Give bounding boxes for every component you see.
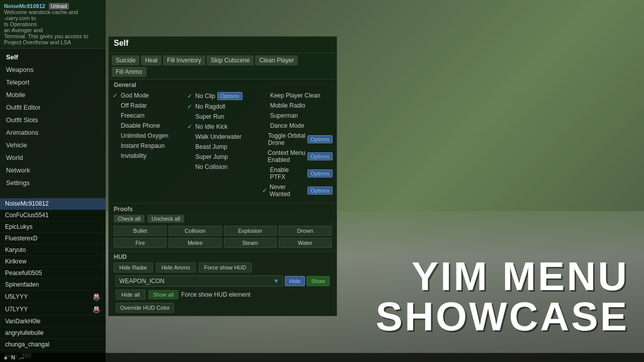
uncheck-all-btn[interactable]: Uncheck all <box>147 215 184 223</box>
proofs-buttons: Check all Uncheck all <box>114 215 332 223</box>
no-clip-options-btn[interactable]: Options <box>217 92 243 100</box>
player-item[interactable]: chunga_changal <box>0 339 106 350</box>
player-item[interactable]: Karyuto <box>0 244 106 256</box>
proof-bullet[interactable]: Bullet <box>114 226 167 236</box>
option-beast-jump[interactable]: Beast Jump <box>185 142 260 152</box>
notification-line1: Welcome warstock-cache-and <box>4 9 102 15</box>
proof-collision[interactable]: Collision <box>169 226 221 236</box>
option-super-jump[interactable]: Super Jump <box>185 152 260 162</box>
proof-steam[interactable]: Steam <box>224 238 277 248</box>
weapon-icon-dropdown[interactable]: WEAPON_ICON ▼ <box>116 276 283 287</box>
orbital-drone-options-btn[interactable]: Options <box>307 135 333 143</box>
notification-line3: ts Operations <box>4 21 102 27</box>
hide-weapon-icon-btn[interactable]: Hide <box>285 276 305 286</box>
option-never-wanted[interactable]: ✓ Never Wanted Options <box>260 182 335 199</box>
proof-drown[interactable]: Drown <box>279 226 332 236</box>
bottom-bar-indicator: — <box>19 355 24 360</box>
sidebar-item-vehicle[interactable]: Vehicle <box>0 139 106 151</box>
player-item[interactable]: Kirikrew <box>0 256 106 267</box>
option-god-mode[interactable]: ✓ God Mode <box>111 90 185 101</box>
player-name: ConFuCius5541 <box>5 212 49 219</box>
bottom-bar-item: ■ <box>4 355 7 360</box>
tab-skip-cutscene[interactable]: Skip Cutscene <box>207 55 254 65</box>
option-unlimited-oxygen[interactable]: Unlimited Oxygen <box>111 131 185 141</box>
tab-fill-ammo[interactable]: Fill Ammo <box>112 67 146 77</box>
option-enable-ptfx[interactable]: Enable PTFX Options <box>260 165 335 182</box>
tab-heal[interactable]: Heal <box>141 55 162 65</box>
sidebar-item-teleport[interactable]: Teleport <box>0 76 106 88</box>
proof-fire[interactable]: Fire <box>114 238 167 248</box>
player-item[interactable]: NoiseMc910812 <box>0 198 106 210</box>
panel-header: Self <box>109 37 337 53</box>
option-dance-mode[interactable]: Dance Mode <box>260 121 335 131</box>
hud-section: HUD Hide Radar Hide Ammo Force show HUD … <box>109 251 337 316</box>
option-off-radar[interactable]: Off Radar <box>111 101 185 111</box>
proofs-grid-row2: Fire Melee Steam Water <box>114 238 332 248</box>
tab-clean-player[interactable]: Clean Player <box>255 55 298 65</box>
option-freecam[interactable]: Freecam <box>111 111 185 121</box>
player-item[interactable]: U7LYYY 🚇 <box>0 303 106 316</box>
player-item[interactable]: angrylullebulle <box>0 327 106 339</box>
option-context-menu[interactable]: Context Menu Enabled Options <box>260 148 335 165</box>
player-name: chunga_changal <box>5 341 49 348</box>
player-name: angrylullebulle <box>5 329 44 336</box>
proofs-grid-row1: Bullet Collision Explosion Drown <box>114 226 332 236</box>
compass: N <box>11 354 15 360</box>
player-item[interactable]: Spinenfaden <box>0 279 106 291</box>
player-name: EpicLukys <box>5 223 33 230</box>
panel-title: Self <box>114 39 332 48</box>
show-all-btn[interactable]: Show all <box>148 290 179 299</box>
player-item[interactable]: ConFuCius5541 <box>0 210 106 221</box>
force-show-hud-btn[interactable]: Force show HUD <box>199 262 252 273</box>
sidebar-item-outfit-slots[interactable]: Outfit Slots <box>0 114 106 126</box>
hide-all-btn[interactable]: Hide all <box>116 290 145 300</box>
sidebar-item-world[interactable]: World <box>0 151 106 164</box>
option-instant-respaun[interactable]: Instant Respaun <box>111 141 185 151</box>
general-label: General <box>109 79 337 90</box>
option-no-collision[interactable]: No Collision <box>185 162 260 172</box>
sidebar-item-weapons[interactable]: Weapons <box>0 63 106 76</box>
option-disable-phone[interactable]: Disable Phone <box>111 121 185 131</box>
show-weapon-icon-btn[interactable]: Show <box>306 276 330 286</box>
option-super-run[interactable]: Super Run <box>185 112 260 122</box>
ptfx-options-btn[interactable]: Options <box>307 169 333 177</box>
hide-ammo-btn[interactable]: Hide Ammo <box>156 262 196 273</box>
sidebar-item-self[interactable]: Self <box>0 51 106 63</box>
sidebar-item-mobile[interactable]: Mobile <box>0 88 106 101</box>
proof-explosion[interactable]: Explosion <box>224 226 277 236</box>
tab-fill-inventory[interactable]: Fill Inventory <box>163 55 205 65</box>
never-wanted-options-btn[interactable]: Options <box>307 187 333 195</box>
option-no-clip[interactable]: ✓ No Clip Options <box>185 90 260 102</box>
option-mobile-radio[interactable]: Mobile Radio <box>260 101 335 111</box>
notification-user: NoiseMc910812 <box>4 3 45 9</box>
check-all-btn[interactable]: Check all <box>114 215 144 223</box>
showcase-line2: SHOWCASE <box>376 297 629 337</box>
option-no-idle-kick[interactable]: ✓ No Idle Kick <box>185 122 260 132</box>
proof-water[interactable]: Water <box>279 238 332 248</box>
player-name: NoiseMc910812 <box>5 200 49 207</box>
option-superman[interactable]: Superman <box>260 111 335 121</box>
player-item[interactable]: VanDarkH0le <box>0 316 106 327</box>
dropdown-arrow-icon: ▼ <box>273 278 279 285</box>
sidebar-item-outfit-editor[interactable]: Outfit Editor <box>0 101 106 114</box>
option-walk-underwater[interactable]: Walk Underwater <box>185 132 260 142</box>
tab-suicide[interactable]: Suicide <box>112 55 139 65</box>
context-menu-options-btn[interactable]: Options <box>307 152 333 160</box>
player-item[interactable]: EpicLukys <box>0 221 106 233</box>
option-toggle-orbital-drone[interactable]: Toggle Orbital Drone Options <box>260 131 335 148</box>
proof-melee[interactable]: Melee <box>169 238 221 248</box>
option-keep-player-clean[interactable]: Keep Player Clean <box>260 90 335 101</box>
player-item[interactable]: FluesterexD <box>0 233 106 244</box>
hide-radar-btn[interactable]: Hide Radar <box>114 262 153 273</box>
sidebar-item-animations[interactable]: Animations <box>0 126 106 139</box>
player-name: Peaceful0505 <box>5 269 42 277</box>
sidebar-item-network[interactable]: Network <box>0 164 106 176</box>
override-hud-color-btn[interactable]: Override HUD Color <box>116 303 174 313</box>
player-name: Karyuto <box>5 246 26 253</box>
option-no-ragdoll[interactable]: ✓ No Ragdoll <box>185 102 260 112</box>
option-invisibility[interactable]: Invisibility <box>111 151 185 161</box>
player-item[interactable]: Peaceful0505 <box>0 267 106 279</box>
player-name: U7LYYY <box>5 306 28 313</box>
player-item[interactable]: U5LYYY 🚇 <box>0 291 106 303</box>
sidebar-item-settings[interactable]: Settings <box>0 176 106 189</box>
